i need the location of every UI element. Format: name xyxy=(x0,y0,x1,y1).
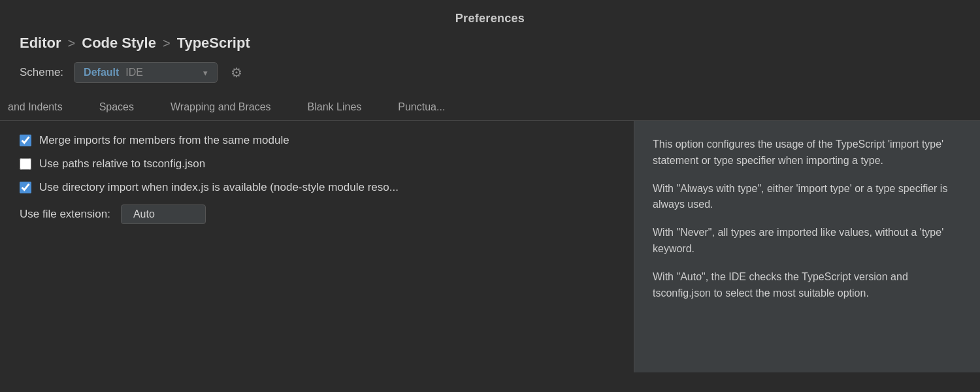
checkbox-row-2: Use paths relative to tsconfig.json xyxy=(20,157,614,171)
window-title: Preferences xyxy=(0,0,980,35)
file-extension-dropdown[interactable]: Auto xyxy=(121,204,206,224)
merge-imports-label: Merge imports for members from the same … xyxy=(39,134,289,147)
file-extension-label: Use file extension: xyxy=(20,208,110,221)
use-paths-label: Use paths relative to tsconfig.json xyxy=(39,157,205,171)
tooltip-para-3: With "Never", all types are imported lik… xyxy=(653,225,962,257)
tab-blank-lines[interactable]: Blank Lines xyxy=(289,95,380,121)
scheme-label: Scheme: xyxy=(20,66,63,79)
tabs-bar: and Indents Spaces Wrapping and Braces B… xyxy=(0,95,980,121)
checkbox-row-1: Merge imports for members from the same … xyxy=(20,134,614,147)
tooltip-panel: This option configures the usage of the … xyxy=(634,121,980,372)
tab-spaces[interactable]: Spaces xyxy=(81,95,152,121)
tab-punctuation[interactable]: Punctua... xyxy=(380,95,463,121)
tab-indents[interactable]: and Indents xyxy=(0,95,81,121)
main-area: Merge imports for members from the same … xyxy=(0,121,980,372)
breadcrumb: Editor > Code Style > TypeScript xyxy=(0,35,980,62)
breadcrumb-typescript[interactable]: TypeScript xyxy=(177,35,250,52)
tooltip-para-2: With "Always with type", either 'import … xyxy=(653,181,962,214)
scheme-default-text: Default xyxy=(84,67,119,78)
tooltip-para-1: This option configures the usage of the … xyxy=(653,137,962,169)
breadcrumb-editor[interactable]: Editor xyxy=(20,35,61,52)
merge-imports-checkbox[interactable] xyxy=(20,135,31,146)
checkbox-row-3: Use directory import when index.js is av… xyxy=(20,181,614,194)
scheme-row: Scheme: Default IDE ▾ ⚙ xyxy=(0,62,980,95)
breadcrumb-sep-2: > xyxy=(163,36,171,51)
chevron-down-icon: ▾ xyxy=(203,68,208,78)
breadcrumb-codestyle[interactable]: Code Style xyxy=(82,35,156,52)
gear-button[interactable]: ⚙ xyxy=(228,62,245,83)
breadcrumb-sep-1: > xyxy=(68,36,76,51)
file-extension-row: Use file extension: Auto xyxy=(20,204,614,224)
tab-wrapping[interactable]: Wrapping and Braces xyxy=(152,95,289,121)
use-directory-import-label: Use directory import when index.js is av… xyxy=(39,181,399,194)
use-paths-checkbox[interactable] xyxy=(20,158,31,170)
tooltip-para-4: With "Auto", the IDE checks the TypeScri… xyxy=(653,269,962,302)
scheme-dropdown[interactable]: Default IDE ▾ xyxy=(74,62,218,83)
left-panel: Merge imports for members from the same … xyxy=(0,121,634,372)
scheme-ide-text: IDE xyxy=(125,67,143,78)
use-directory-import-checkbox[interactable] xyxy=(20,182,31,193)
